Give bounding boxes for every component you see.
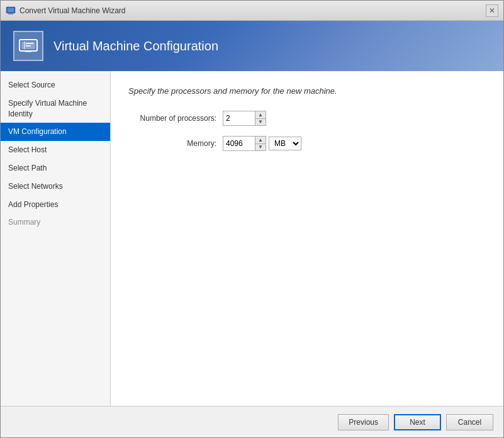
processors-input[interactable] — [223, 111, 255, 125]
title-bar-left: Convert Virtual Machine Wizard — [6, 6, 126, 16]
header-title: Virtual Machine Configuration — [53, 39, 218, 53]
previous-button[interactable]: Previous — [338, 414, 389, 430]
sidebar-item-summary[interactable]: Summary — [1, 213, 110, 232]
sidebar-item-select-host[interactable]: Select Host — [1, 141, 110, 159]
svg-rect-8 — [25, 51, 31, 52]
memory-label: Memory: — [128, 139, 223, 148]
processors-row: Number of processors: ▲ ▼ — [128, 111, 486, 126]
sidebar-item-vm-configuration[interactable]: VM Configuration — [1, 123, 110, 141]
svg-rect-1 — [8, 8, 14, 12]
memory-decrement-button[interactable]: ▼ — [255, 143, 266, 150]
footer: Previous Next Cancel — [1, 406, 503, 437]
memory-controls: ▲ ▼ MB GB — [223, 136, 301, 151]
title-bar-icon — [6, 6, 16, 16]
memory-input[interactable] — [223, 137, 255, 150]
memory-spinbox[interactable]: ▲ ▼ — [223, 136, 266, 151]
sidebar-item-select-source[interactable]: Select Source — [1, 76, 110, 94]
sidebar: Select Source Specify Virtual Machine Id… — [1, 71, 111, 406]
main-subtitle: Specify the processors and memory for th… — [128, 86, 486, 96]
memory-spinbox-buttons: ▲ ▼ — [255, 137, 266, 150]
sidebar-item-select-path[interactable]: Select Path — [1, 159, 110, 177]
memory-increment-button[interactable]: ▲ — [255, 137, 266, 143]
vm-configuration-icon — [18, 36, 38, 56]
next-button[interactable]: Next — [394, 414, 441, 430]
processors-decrement-button[interactable]: ▼ — [255, 118, 266, 125]
svg-rect-7 — [26, 45, 31, 47]
title-bar-text: Convert Virtual Machine Wizard — [20, 6, 126, 15]
svg-rect-6 — [26, 43, 33, 44]
title-bar: Convert Virtual Machine Wizard ✕ — [1, 1, 503, 21]
processors-spinbox-buttons: ▲ ▼ — [255, 111, 266, 125]
sidebar-item-select-networks[interactable]: Select Networks — [1, 177, 110, 196]
header-icon-box — [13, 31, 43, 61]
content-area: Select Source Specify Virtual Machine Id… — [1, 71, 503, 406]
processors-label: Number of processors: — [128, 114, 223, 123]
close-button[interactable]: ✕ — [486, 4, 498, 17]
memory-row: Memory: ▲ ▼ MB GB — [128, 136, 486, 151]
processors-spinbox[interactable]: ▲ ▼ — [223, 111, 266, 126]
sidebar-item-add-properties[interactable]: Add Properties — [1, 196, 110, 214]
sidebar-item-specify-identity[interactable]: Specify Virtual Machine Identity — [1, 94, 110, 123]
svg-rect-2 — [8, 13, 13, 14]
cancel-button[interactable]: Cancel — [446, 414, 493, 430]
header-banner: Virtual Machine Configuration — [1, 21, 503, 71]
main-content: Specify the processors and memory for th… — [111, 71, 503, 406]
wizard-window: Convert Virtual Machine Wizard ✕ Virtual… — [0, 0, 504, 438]
memory-unit-select[interactable]: MB GB — [269, 137, 301, 150]
processors-increment-button[interactable]: ▲ — [255, 111, 266, 118]
